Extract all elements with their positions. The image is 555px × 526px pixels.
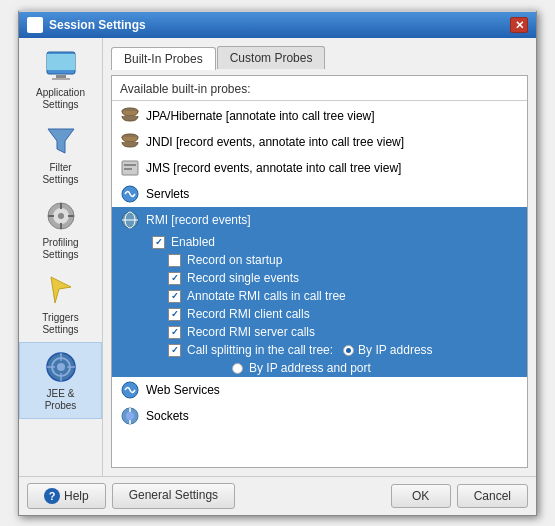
jee-probes-label: JEE &Probes xyxy=(45,388,77,412)
call-splitting-label: Call splitting in the call tree: xyxy=(187,343,333,357)
radio-by-ip[interactable] xyxy=(343,345,354,356)
svg-point-31 xyxy=(126,412,134,420)
cancel-button[interactable]: Cancel xyxy=(457,484,528,508)
rmi-option-annotate[interactable]: Annotate RMI calls in call tree xyxy=(112,287,527,305)
probe-item-jpa-hibernate[interactable]: JPA/Hibernate [annotate into call tree v… xyxy=(112,103,527,129)
server-label: Record RMI server calls xyxy=(187,325,315,339)
rmi-option-record-single[interactable]: Record single events xyxy=(112,269,527,287)
rmi-option-record-startup[interactable]: Record on startup xyxy=(112,251,527,269)
svg-rect-3 xyxy=(52,78,70,80)
session-settings-window: ⚙ Session Settings ✕ ApplicationSettings xyxy=(18,10,537,516)
title-bar-left: ⚙ Session Settings xyxy=(27,17,146,33)
call-splitting-checkbox[interactable] xyxy=(168,344,181,357)
svg-rect-9 xyxy=(48,215,54,217)
by-ip-port-label: By IP address and port xyxy=(249,361,371,375)
svg-rect-8 xyxy=(60,223,62,229)
client-label: Record RMI client calls xyxy=(187,307,310,321)
rmi-option-client[interactable]: Record RMI client calls xyxy=(112,305,527,323)
profiling-settings-label: ProfilingSettings xyxy=(42,237,78,261)
jms-icon xyxy=(120,158,140,178)
probe-list[interactable]: JPA/Hibernate [annotate into call tree v… xyxy=(112,101,527,467)
triggers-settings-label: TriggersSettings xyxy=(42,312,78,336)
bottom-bar: ? Help General Settings OK Cancel xyxy=(19,476,536,515)
rmi-name: RMI [record events] xyxy=(146,213,251,227)
close-button[interactable]: ✕ xyxy=(510,17,528,33)
tab-built-in-probes[interactable]: Built-In Probes xyxy=(111,47,216,70)
sidebar-item-triggers-settings[interactable]: TriggersSettings xyxy=(19,267,102,342)
probe-item-servlets[interactable]: Servlets xyxy=(112,181,527,207)
bottom-left: ? Help General Settings xyxy=(27,483,235,509)
web-services-icon xyxy=(120,380,140,400)
jpa-icon xyxy=(120,106,140,126)
sockets-icon xyxy=(120,406,140,426)
record-startup-label: Record on startup xyxy=(187,253,282,267)
record-single-label: Record single events xyxy=(187,271,299,285)
jndi-name: JNDI [record events, annotate into call … xyxy=(146,135,404,149)
servlets-name: Servlets xyxy=(146,187,189,201)
client-checkbox[interactable] xyxy=(168,308,181,321)
probe-item-jms[interactable]: JMS [record events, annotate into call t… xyxy=(112,155,527,181)
filter-settings-label: FilterSettings xyxy=(42,162,78,186)
title-bar: ⚙ Session Settings ✕ xyxy=(19,12,536,38)
svg-rect-2 xyxy=(56,75,66,78)
filter-settings-icon xyxy=(43,123,79,159)
enabled-label: Enabled xyxy=(171,235,215,249)
help-label: Help xyxy=(64,489,89,503)
jee-probes-icon xyxy=(43,349,79,385)
servlets-icon xyxy=(120,184,140,204)
rmi-option-enabled[interactable]: Enabled xyxy=(112,233,527,251)
tab-custom-probes[interactable]: Custom Probes xyxy=(217,46,326,69)
profiling-settings-icon xyxy=(43,198,79,234)
sidebar-item-profiling-settings[interactable]: ProfilingSettings xyxy=(19,192,102,267)
probe-item-rmi[interactable]: RMI [record events] xyxy=(112,207,527,233)
panel-header: Available built-in probes: xyxy=(112,76,527,101)
svg-rect-1 xyxy=(47,54,75,70)
rmi-icon xyxy=(120,210,140,230)
probe-item-sockets[interactable]: Sockets xyxy=(112,403,527,429)
annotate-label: Annotate RMI calls in call tree xyxy=(187,289,346,303)
help-button[interactable]: ? Help xyxy=(27,483,106,509)
ok-button[interactable]: OK xyxy=(391,484,451,508)
window-body: ApplicationSettings FilterSettings xyxy=(19,38,536,476)
server-checkbox[interactable] xyxy=(168,326,181,339)
tabs-container: Built-In Probes Custom Probes xyxy=(111,46,528,69)
enabled-checkbox[interactable] xyxy=(152,236,165,249)
rmi-ip-port-row: By IP address and port xyxy=(112,359,527,377)
svg-rect-24 xyxy=(124,168,132,170)
svg-marker-4 xyxy=(48,129,74,153)
radio-by-ip-group: By IP address xyxy=(343,343,432,357)
window-title: Session Settings xyxy=(49,18,146,32)
probe-item-web-services[interactable]: Web Services xyxy=(112,377,527,403)
svg-rect-23 xyxy=(124,164,136,166)
sidebar: ApplicationSettings FilterSettings xyxy=(19,38,103,476)
sidebar-item-filter-settings[interactable]: FilterSettings xyxy=(19,117,102,192)
record-startup-checkbox[interactable] xyxy=(168,254,181,267)
probe-panel: Available built-in probes: JPA/Hibernate… xyxy=(111,75,528,468)
svg-point-15 xyxy=(57,363,65,371)
svg-rect-10 xyxy=(68,215,74,217)
by-ip-label: By IP address xyxy=(358,343,432,357)
sidebar-item-jee-probes[interactable]: JEE &Probes xyxy=(19,342,102,419)
application-settings-label: ApplicationSettings xyxy=(36,87,85,111)
window-icon: ⚙ xyxy=(27,17,43,33)
rmi-option-server[interactable]: Record RMI server calls xyxy=(112,323,527,341)
application-settings-icon xyxy=(43,48,79,84)
radio-by-ip-port[interactable] xyxy=(232,363,243,374)
sockets-name: Sockets xyxy=(146,409,189,423)
jpa-name: JPA/Hibernate [annotate into call tree v… xyxy=(146,109,375,123)
svg-point-11 xyxy=(58,213,64,219)
web-services-name: Web Services xyxy=(146,383,220,397)
jms-name: JMS [record events, annotate into call t… xyxy=(146,161,401,175)
general-settings-button[interactable]: General Settings xyxy=(112,483,235,509)
triggers-settings-icon xyxy=(43,273,79,309)
svg-marker-12 xyxy=(51,277,71,303)
help-icon: ? xyxy=(44,488,60,504)
annotate-checkbox[interactable] xyxy=(168,290,181,303)
probe-item-jndi[interactable]: JNDI [record events, annotate into call … xyxy=(112,129,527,155)
svg-rect-7 xyxy=(60,203,62,209)
main-content: Built-In Probes Custom Probes Available … xyxy=(103,38,536,476)
record-single-checkbox[interactable] xyxy=(168,272,181,285)
jndi-icon xyxy=(120,132,140,152)
probe-rmi-expanded: RMI [record events] Enabled Record on st… xyxy=(112,207,527,377)
sidebar-item-application-settings[interactable]: ApplicationSettings xyxy=(19,42,102,117)
